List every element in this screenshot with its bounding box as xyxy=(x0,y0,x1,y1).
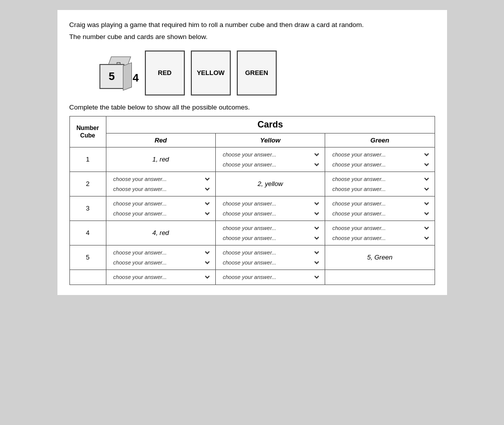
yellow-cell-row-2[interactable]: 2, yellow xyxy=(215,172,325,196)
dice-number: 5 xyxy=(108,70,114,83)
green-dropdown-top-row-3[interactable]: choose your answer... xyxy=(329,200,430,208)
dice: ⚀ 5 xyxy=(99,56,132,89)
yellow-dropdown-top-row-1[interactable]: choose your answer... xyxy=(220,150,321,158)
yellow-dropdown-bottom-row-4[interactable]: choose your answer... xyxy=(220,234,321,242)
yellow-dropdown-bottom-row-5[interactable]: choose your answer... xyxy=(220,258,321,266)
sub-yellow-label: Yellow xyxy=(260,136,281,144)
intro-line1: Craig was playing a game that required h… xyxy=(69,20,435,30)
red-dropdown-top-row-2[interactable]: choose your answer... xyxy=(110,175,211,183)
green-dropdown-bottom-row-1[interactable]: choose your answer... xyxy=(329,160,430,168)
red-cell-row-5[interactable]: choose your answer...choose your answer.… xyxy=(106,245,215,270)
row-6-red[interactable]: choose your answer... xyxy=(106,270,215,284)
header-number-cube: NumberCube xyxy=(69,116,106,147)
sub-header-green: Green xyxy=(325,133,435,147)
red-dropdown-top-row-3[interactable]: choose your answer... xyxy=(110,200,211,208)
sub-header-yellow: Yellow xyxy=(215,133,325,147)
header-cards-label: Cards xyxy=(106,116,435,133)
red-cell-row-1[interactable]: 1, red xyxy=(106,147,215,172)
row-number-4: 4 xyxy=(69,220,106,245)
row-6-green xyxy=(325,270,435,284)
cards-main-header: Cards xyxy=(258,120,283,130)
dice-cards-row: ⚀ 5 4 RED YELLOW GREEN xyxy=(69,50,435,96)
dice-secondary-number: 4 xyxy=(133,72,139,84)
red-dropdown-bottom-row-5[interactable]: choose your answer... xyxy=(110,258,211,266)
yellow-cell-row-5[interactable]: choose your answer...choose your answer.… xyxy=(215,245,325,270)
green-dropdown-top-row-2[interactable]: choose your answer... xyxy=(329,175,430,183)
card-yellow-label: YELLOW xyxy=(197,69,225,76)
green-dropdown-bottom-row-4[interactable]: choose your answer... xyxy=(329,234,430,242)
green-cell-row-1[interactable]: choose your answer...choose your answer.… xyxy=(325,147,435,172)
yellow-dropdown-top-row-3[interactable]: choose your answer... xyxy=(220,200,321,208)
yellow-dropdown-bottom-row-1[interactable]: choose your answer... xyxy=(220,160,321,168)
card-red: RED xyxy=(145,50,185,96)
red-dropdown-bottom-row-2[interactable]: choose your answer... xyxy=(110,185,211,193)
red-dropdown-top-row-5[interactable]: choose your answer... xyxy=(110,248,211,256)
sub-header-red: Red xyxy=(106,133,215,147)
green-cell-row-3[interactable]: choose your answer...choose your answer.… xyxy=(325,196,435,220)
green-cell-row-5[interactable]: 5, Green xyxy=(325,245,435,270)
card-red-label: RED xyxy=(158,69,171,76)
row-6-num xyxy=(69,270,106,284)
outcomes-table: NumberCube Cards Red Yellow Green 11, re… xyxy=(69,116,435,285)
dice-side-face xyxy=(123,62,132,91)
row6-yellow-dropdown[interactable]: choose your answer... xyxy=(220,273,321,281)
row-number-3: 3 xyxy=(69,196,106,220)
dice-front-face: 5 xyxy=(99,64,124,89)
yellow-dropdown-top-row-4[interactable]: choose your answer... xyxy=(220,224,321,232)
green-dropdown-bottom-row-2[interactable]: choose your answer... xyxy=(329,185,430,193)
page-container: Craig was playing a game that required h… xyxy=(57,10,447,295)
yellow-dropdown-bottom-row-3[interactable]: choose your answer... xyxy=(220,210,321,218)
row-number-5: 5 xyxy=(69,245,106,270)
green-cell-row-4[interactable]: choose your answer...choose your answer.… xyxy=(325,220,435,245)
green-dropdown-top-row-4[interactable]: choose your answer... xyxy=(329,224,430,232)
row-number-2: 2 xyxy=(69,172,106,196)
red-cell-row-2[interactable]: choose your answer...choose your answer.… xyxy=(106,172,215,196)
complete-instruction: Complete the table below to show all the… xyxy=(69,104,435,111)
green-cell-row-2[interactable]: choose your answer...choose your answer.… xyxy=(325,172,435,196)
sub-green-label: Green xyxy=(371,136,390,144)
yellow-cell-row-3[interactable]: choose your answer...choose your answer.… xyxy=(215,196,325,220)
red-cell-row-4[interactable]: 4, red xyxy=(106,220,215,245)
card-green-label: GREEN xyxy=(245,69,268,76)
row-6-yellow[interactable]: choose your answer... xyxy=(215,270,325,284)
yellow-cell-row-4[interactable]: choose your answer...choose your answer.… xyxy=(215,220,325,245)
green-dropdown-bottom-row-3[interactable]: choose your answer... xyxy=(329,210,430,218)
card-green: GREEN xyxy=(237,50,277,96)
green-dropdown-top-row-1[interactable]: choose your answer... xyxy=(329,150,430,158)
intro-line2: The number cube and cards are shown belo… xyxy=(69,32,435,42)
red-cell-row-3[interactable]: choose your answer...choose your answer.… xyxy=(106,196,215,220)
row-number-1: 1 xyxy=(69,147,106,172)
yellow-cell-row-1[interactable]: choose your answer...choose your answer.… xyxy=(215,147,325,172)
red-dropdown-bottom-row-3[interactable]: choose your answer... xyxy=(110,210,211,218)
row6-red-dropdown[interactable]: choose your answer... xyxy=(110,273,211,281)
yellow-dropdown-top-row-5[interactable]: choose your answer... xyxy=(220,248,321,256)
sub-red-label: Red xyxy=(154,136,167,144)
card-yellow: YELLOW xyxy=(191,50,231,96)
